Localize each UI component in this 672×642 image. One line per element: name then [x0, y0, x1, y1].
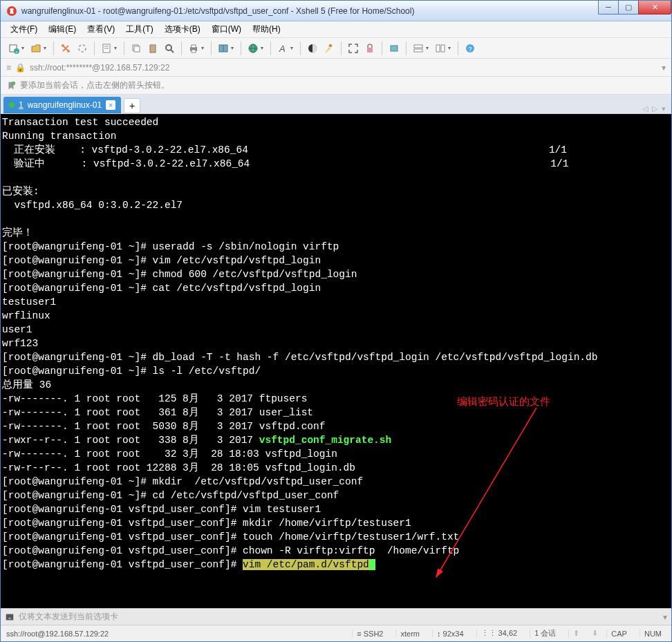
close-button[interactable]: ✕ [638, 1, 671, 15]
menu-window[interactable]: 窗口(W) [207, 22, 245, 37]
print-button[interactable] [186, 41, 201, 56]
dropdown-icon[interactable]: ▾ [231, 45, 236, 51]
toolbar-separator [341, 41, 342, 55]
app-window: wangruifenglinux-01 - root@wangruifeng-0… [0, 0, 672, 642]
bookmark-add-icon[interactable]: + [6, 81, 16, 91]
svg-point-14 [166, 45, 171, 50]
svg-rect-29 [414, 45, 422, 48]
svg-line-15 [171, 50, 174, 53]
toolbar-separator [382, 41, 382, 55]
tile-vertical-button[interactable] [433, 41, 448, 56]
maximize-button[interactable]: ▢ [618, 1, 639, 15]
send-placeholder[interactable]: 仅将文本发送到当前选项卡 [19, 611, 118, 623]
send-bar: 仅将文本发送到当前选项卡 ▾ [1, 608, 671, 625]
app-icon [6, 6, 17, 17]
font-button[interactable]: A [275, 41, 290, 56]
status-up-icon: ⬆ [568, 629, 584, 638]
menu-view[interactable]: 查看(V) [83, 22, 119, 37]
info-text: 要添加当前会话，点击左侧的箭头按钮。 [20, 79, 169, 91]
disconnect-button[interactable] [75, 41, 90, 56]
dropdown-icon[interactable]: ▾ [448, 45, 454, 51]
minimize-button[interactable]: ─ [598, 1, 619, 15]
copy-button[interactable] [129, 41, 144, 56]
send-icon[interactable] [5, 612, 15, 622]
address-dropdown-icon[interactable]: ▾ [662, 63, 666, 73]
window-controls: ─ ▢ ✕ [599, 1, 671, 15]
toolbar-separator [211, 41, 212, 55]
svg-point-4 [62, 44, 64, 47]
send-dropdown-icon[interactable]: ▾ [663, 612, 667, 622]
svg-text:+: + [12, 82, 15, 85]
toolbar-separator [458, 41, 458, 55]
address-text[interactable]: ssh://root:********@192.168.57.129:22 [30, 63, 169, 73]
new-session-button[interactable]: + [6, 41, 21, 56]
status-num: NUM [640, 630, 666, 638]
find-button[interactable] [162, 41, 177, 56]
tab-list-button[interactable]: ▾ [662, 104, 666, 113]
new-tab-button[interactable]: + [124, 98, 140, 113]
lock-button[interactable] [362, 41, 377, 56]
open-session-button[interactable] [28, 41, 44, 56]
svg-text:?: ? [468, 46, 472, 53]
dropdown-icon[interactable]: ▾ [114, 45, 120, 51]
titlebar[interactable]: wangruifenglinux-01 - root@wangruifeng-0… [1, 1, 671, 21]
rows-icon: ⋮⋮ [481, 629, 496, 637]
tile-horizontal-button[interactable] [411, 41, 426, 56]
ssh-badge-icon: ≡ [357, 630, 361, 638]
help-button[interactable]: ? [463, 41, 478, 56]
svg-rect-11 [134, 46, 140, 52]
toolbar-separator [124, 41, 124, 55]
color-scheme-button[interactable] [305, 41, 320, 56]
dropdown-icon[interactable]: ▾ [21, 45, 27, 51]
fullscreen-button[interactable] [346, 41, 361, 56]
terminal[interactable]: Transaction test succeeded Running trans… [1, 114, 671, 608]
dropdown-icon[interactable]: ▾ [261, 45, 266, 51]
session-tab[interactable]: 1 wangruifenglinux-01 × [3, 97, 121, 113]
dropdown-icon[interactable]: ▾ [290, 45, 296, 51]
menubar: 文件(F) 编辑(E) 查看(V) 工具(T) 选项卡(B) 窗口(W) 帮助(… [1, 21, 671, 38]
menu-edit[interactable]: 编辑(E) [44, 22, 80, 37]
toolbar-separator [300, 41, 301, 55]
status-sessions: 1 会话 [530, 628, 560, 639]
menu-file[interactable]: 文件(F) [6, 22, 41, 37]
paste-button[interactable] [145, 41, 160, 56]
list-icon[interactable]: ≡ [6, 63, 11, 73]
tab-label: wangruifenglinux-01 [28, 100, 102, 110]
tab-bar: 1 wangruifenglinux-01 × + ◁ ▷ ▾ [1, 95, 671, 114]
tab-prev-button[interactable]: ◁ [642, 104, 648, 113]
tab-next-button[interactable]: ▷ [652, 104, 657, 113]
svg-rect-18 [192, 50, 196, 53]
svg-rect-32 [441, 45, 445, 52]
menu-help[interactable]: 帮助(H) [248, 22, 285, 37]
svg-rect-30 [414, 49, 422, 52]
status-down-icon: ⬇ [592, 629, 598, 638]
toolbar: + ▾ ▾ ▾ ▾ ▾ ▾ A ▾ ▾ [1, 38, 671, 59]
properties-button[interactable] [99, 41, 114, 56]
tab-nav: ◁ ▷ ▾ [642, 104, 666, 113]
highlight-button[interactable] [321, 41, 337, 56]
dropdown-icon[interactable]: ▾ [44, 45, 49, 51]
size-icon: ↕ [437, 630, 441, 638]
xftp-button[interactable] [386, 41, 402, 56]
status-connection: ssh://root@192.168.57.129:22 [6, 630, 109, 638]
globe-button[interactable] [245, 41, 261, 56]
status-size: ↕ 92x34 [432, 630, 468, 638]
menu-tabs[interactable]: 选项卡(B) [160, 22, 205, 37]
tab-close-button[interactable]: × [106, 100, 115, 110]
layout-button[interactable] [216, 41, 231, 56]
info-bar: + 要添加当前会话，点击左侧的箭头按钮。 [1, 77, 671, 95]
svg-text:A: A [279, 44, 286, 54]
svg-rect-28 [391, 46, 398, 51]
dropdown-icon[interactable]: ▾ [201, 45, 207, 51]
window-title: wangruifenglinux-01 - root@wangruifeng-0… [21, 6, 599, 16]
svg-rect-31 [436, 45, 440, 52]
toolbar-separator [406, 41, 407, 55]
dropdown-icon[interactable]: ▾ [426, 45, 431, 51]
status-term: xterm [395, 630, 424, 638]
reconnect-button[interactable] [58, 41, 73, 56]
tab-index: 1 [19, 100, 24, 110]
svg-point-5 [67, 50, 70, 53]
menu-tools[interactable]: 工具(T) [122, 22, 157, 37]
toolbar-separator [94, 41, 95, 55]
status-ssh: ≡ SSH2 [352, 630, 387, 638]
